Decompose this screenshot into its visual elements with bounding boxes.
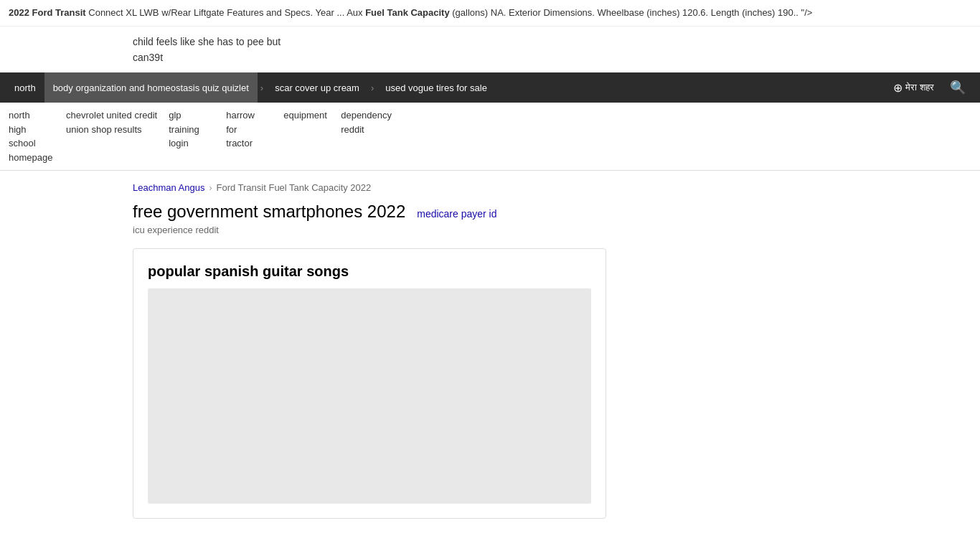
child-text-area: child feels like she has to pee but can3… — [0, 27, 980, 73]
top-bar-bold1: 2022 Ford Transit — [9, 7, 86, 18]
sub-nav-link-tractor[interactable]: tractor — [226, 136, 253, 151]
sub-nav-link-reddit[interactable]: reddit — [341, 123, 364, 137]
top-bar-text2: (gallons) NA. Exterior Dimensions. Wheel… — [450, 7, 813, 18]
content-card-title: popular spanish guitar songs — [133, 249, 606, 288]
sub-nav-col-3: glp training login — [169, 108, 226, 151]
nav-bar: north body organization and homeostasis … — [0, 72, 980, 103]
breadcrumb-current: Ford Transit Fuel Tank Capacity 2022 — [216, 182, 371, 193]
nav-item-north[interactable]: north — [6, 72, 44, 103]
nav-item-body-org[interactable]: body organization and homeostasis quiz q… — [44, 72, 258, 103]
nav-location[interactable]: ⊕ मेरा शहर — [886, 81, 941, 95]
sub-nav-link-north[interactable]: north — [9, 108, 30, 123]
top-bar-text1: Connect XL LWB w/Rear Liftgate Features … — [86, 7, 366, 18]
content-card-image — [148, 288, 591, 504]
sub-nav-link-training[interactable]: training — [169, 123, 199, 137]
sub-nav-col-1: north high school homepage — [9, 108, 66, 164]
sub-nav-link-chevrolet[interactable]: chevrolet united credit — [66, 108, 157, 123]
sub-nav-link-login[interactable]: login — [169, 136, 188, 151]
sub-nav-col-4: harrow for tractor — [226, 108, 283, 151]
search-icon: 🔍 — [950, 80, 966, 95]
sub-nav: north high school homepage chevrolet uni… — [0, 103, 980, 171]
sub-nav-link-shop[interactable]: union shop results — [66, 123, 142, 137]
breadcrumb-separator: › — [209, 183, 212, 193]
nav-item-scar[interactable]: scar cover up cream — [266, 72, 368, 103]
location-label: मेरा शहर — [905, 82, 934, 93]
sub-nav-link-dependency[interactable]: dependency — [341, 108, 392, 123]
nav-sep2: › — [368, 83, 377, 93]
sub-nav-col-5: equipment — [283, 108, 341, 123]
top-bar: 2022 Ford Transit Connect XL LWB w/Rear … — [0, 0, 980, 27]
sub-nav-link-school[interactable]: school — [9, 136, 36, 151]
sub-nav-link-glp[interactable]: glp — [169, 108, 181, 123]
sub-nav-link-high[interactable]: high — [9, 123, 27, 137]
sub-nav-link-homepage[interactable]: homepage — [9, 151, 52, 165]
child-text-line1: child feels like she has to pee but — [133, 34, 847, 50]
sub-nav-link-harrow[interactable]: harrow — [226, 108, 255, 123]
breadcrumb: Leachman Angus › Ford Transit Fuel Tank … — [0, 171, 980, 196]
location-icon: ⊕ — [893, 81, 903, 95]
sub-nav-link-equipment[interactable]: equipment — [283, 108, 327, 123]
page-description: icu experience reddit — [133, 222, 847, 235]
page-title-area: free government smartphones 2022 medicar… — [0, 196, 980, 240]
child-text-line2: can39t — [133, 50, 847, 65]
nav-search-button[interactable]: 🔍 — [941, 72, 974, 103]
sub-nav-col-2: chevrolet united credit union shop resul… — [66, 108, 169, 136]
content-card: popular spanish guitar songs — [133, 248, 606, 519]
top-bar-bold2: Fuel Tank Capacity — [365, 7, 450, 18]
sub-nav-link-for[interactable]: for — [226, 123, 237, 137]
page-title: free government smartphones 2022 — [133, 202, 405, 222]
breadcrumb-home[interactable]: Leachman Angus — [133, 182, 204, 193]
page-subtitle[interactable]: medicare payer id — [417, 208, 496, 220]
nav-item-vogue[interactable]: used vogue tires for sale — [377, 72, 496, 103]
sub-nav-col-6: dependency reddit — [341, 108, 403, 136]
nav-sep1: › — [258, 83, 266, 93]
